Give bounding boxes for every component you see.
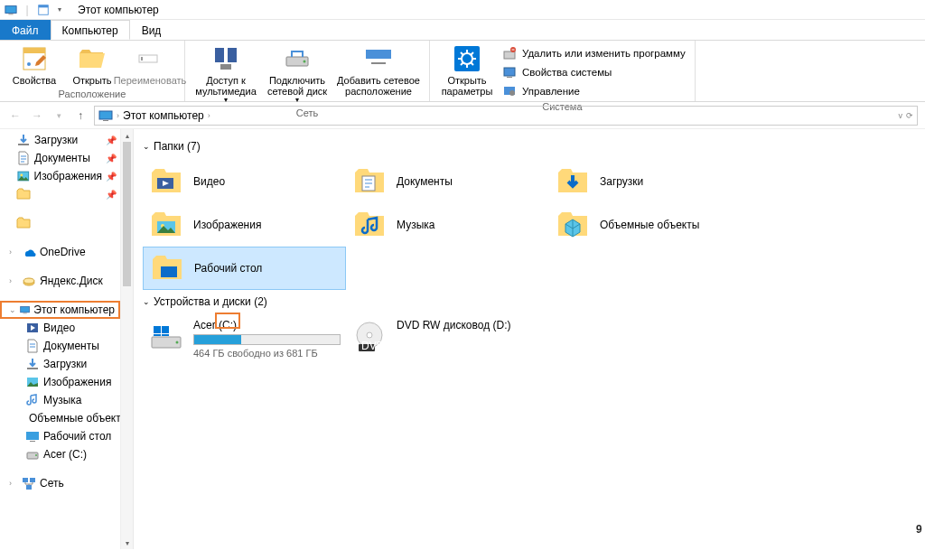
- settings-icon: [453, 44, 481, 73]
- nav-up-button[interactable]: ↑: [72, 107, 89, 124]
- svg-rect-24: [99, 111, 112, 119]
- pin-icon: 📌: [106, 135, 117, 145]
- svg-point-30: [23, 278, 34, 284]
- add-network-button[interactable]: Добавить сетевое расположение: [333, 42, 424, 98]
- address-box[interactable]: › Этот компьютер › v ⟳: [94, 106, 918, 126]
- sidebar-item[interactable]: Загрузки: [0, 355, 120, 373]
- chevron-right-icon[interactable]: ›: [9, 276, 18, 285]
- svg-rect-14: [378, 50, 391, 59]
- sidebar-scrollbar[interactable]: ▴ ▾: [120, 129, 133, 549]
- folder-item[interactable]: Видео: [143, 160, 346, 203]
- pc-icon: [4, 3, 18, 17]
- folders-section-header[interactable]: ⌄ Папки (7): [143, 140, 916, 153]
- scroll-thumb[interactable]: [123, 142, 131, 286]
- sidebar-item-documents[interactable]: Документы📌: [0, 149, 120, 167]
- refresh-icon[interactable]: ⟳: [906, 111, 913, 120]
- breadcrumb-root[interactable]: Этот компьютер: [123, 109, 204, 122]
- item-icon: [25, 375, 40, 389]
- manage-button[interactable]: Управление: [499, 82, 689, 100]
- chevron-right-icon[interactable]: ›: [9, 247, 18, 257]
- qat-properties-icon[interactable]: [36, 3, 51, 17]
- uninstall-icon: [502, 46, 517, 61]
- folder-item[interactable]: Документы: [346, 160, 549, 203]
- chevron-right-icon[interactable]: ›: [208, 111, 210, 120]
- netdrive-icon: [283, 44, 312, 73]
- svg-point-39: [35, 454, 37, 456]
- address-dropdown-icon[interactable]: v: [899, 111, 903, 120]
- item-icon: [25, 429, 40, 443]
- nav-recent-button[interactable]: ▾: [51, 107, 67, 124]
- drive-item[interactable]: Acer (C:)464 ГБ свободно из 681 ГБ: [143, 315, 346, 362]
- folder-item[interactable]: Изображения: [143, 203, 346, 247]
- sidebar-item[interactable]: Объемные объекты: [0, 409, 120, 427]
- svg-rect-32: [23, 313, 27, 314]
- address-bar: ← → ▾ ↑ › Этот компьютер › v ⟳: [0, 102, 925, 129]
- folder-item[interactable]: Музыка: [346, 203, 549, 247]
- sidebar-item-yandex[interactable]: › Яндекс.Диск: [0, 272, 120, 290]
- chevron-right-icon[interactable]: ›: [9, 479, 18, 488]
- properties-button[interactable]: Свойства: [5, 42, 63, 88]
- svg-point-49: [176, 341, 179, 344]
- svg-rect-34: [27, 368, 38, 369]
- svg-rect-18: [504, 51, 515, 59]
- sidebar-item[interactable]: Музыка: [0, 391, 120, 409]
- quick-access-toolbar: | ▾: [4, 3, 67, 17]
- drives-section-header[interactable]: ⌄ Устройства и диски (2): [143, 295, 916, 308]
- sidebar-item-network[interactable]: › Сеть: [0, 474, 120, 492]
- sidebar-item[interactable]: Документы: [0, 337, 120, 355]
- svg-rect-41: [30, 478, 35, 482]
- tab-file[interactable]: Файл: [0, 20, 51, 40]
- sidebar-item[interactable]: Видео: [0, 319, 120, 337]
- svg-rect-26: [18, 144, 29, 145]
- sysprops-icon: [502, 65, 517, 79]
- folder-item[interactable]: Объемные объекты: [549, 203, 752, 247]
- sidebar-item-onedrive[interactable]: › OneDrive: [0, 243, 120, 261]
- item-icon: [25, 447, 40, 462]
- drive-icon: DVD: [351, 319, 388, 355]
- svg-rect-51: [162, 326, 169, 333]
- svg-rect-15: [371, 62, 386, 64]
- system-properties-button[interactable]: Свойства системы: [499, 63, 689, 81]
- sidebar-item[interactable]: Рабочий стол: [0, 427, 120, 445]
- nav-forward-button[interactable]: →: [29, 107, 45, 124]
- sidebar-item-pictures[interactable]: Изображения📌: [0, 167, 120, 185]
- map-drive-button[interactable]: Подключить сетевой диск▾: [261, 42, 333, 107]
- pin-icon: 📌: [106, 190, 117, 200]
- drive-item[interactable]: DVDDVD RW дисковод (D:): [346, 315, 549, 362]
- tab-view[interactable]: Вид: [130, 20, 173, 40]
- sidebar-item-this-pc[interactable]: ⌄ Этот компьютер: [0, 301, 120, 319]
- sidebar-item-folder[interactable]: 📌: [0, 185, 120, 203]
- item-icon: [25, 321, 40, 335]
- nav-sidebar: Загрузки📌 Документы📌 Изображения📌 📌 ›: [0, 129, 134, 549]
- nav-back-button[interactable]: ←: [7, 107, 23, 124]
- rename-icon: [135, 44, 164, 73]
- media-access-button[interactable]: Доступ к мультимедиа▾: [191, 42, 261, 107]
- svg-text:DVD: DVD: [361, 340, 385, 352]
- tab-computer[interactable]: Компьютер: [51, 20, 130, 40]
- open-settings-button[interactable]: Открыть параметры: [435, 42, 499, 98]
- svg-rect-36: [26, 432, 39, 440]
- uninstall-button[interactable]: Удалить или изменить программу: [499, 44, 689, 62]
- onedrive-icon: [22, 245, 36, 259]
- chevron-down-icon[interactable]: ⌄: [9, 305, 16, 314]
- sidebar-item[interactable]: Acer (C:): [0, 445, 120, 463]
- highlight-box: [215, 313, 240, 329]
- folder-item[interactable]: Рабочий стол: [143, 247, 346, 290]
- sidebar-item-folder[interactable]: [0, 214, 120, 232]
- rename-button: Переименовать: [121, 42, 179, 88]
- svg-rect-10: [220, 64, 231, 70]
- yadisk-icon: [22, 274, 36, 288]
- scroll-down-icon[interactable]: ▾: [121, 537, 133, 549]
- open-button[interactable]: Открыть: [63, 42, 121, 88]
- sidebar-item[interactable]: Изображения: [0, 373, 120, 391]
- scroll-up-icon[interactable]: ▴: [121, 129, 133, 142]
- downloads-icon: [16, 133, 31, 147]
- chevron-down-icon: ⌄: [143, 297, 150, 306]
- svg-rect-37: [30, 441, 35, 442]
- network-icon: [22, 476, 36, 490]
- qat-dropdown-icon[interactable]: ▾: [52, 3, 67, 17]
- svg-rect-40: [23, 478, 28, 482]
- sidebar-item-downloads[interactable]: Загрузки📌: [0, 131, 120, 149]
- folder-item[interactable]: Загрузки: [549, 160, 752, 203]
- folder-icon: [351, 207, 388, 243]
